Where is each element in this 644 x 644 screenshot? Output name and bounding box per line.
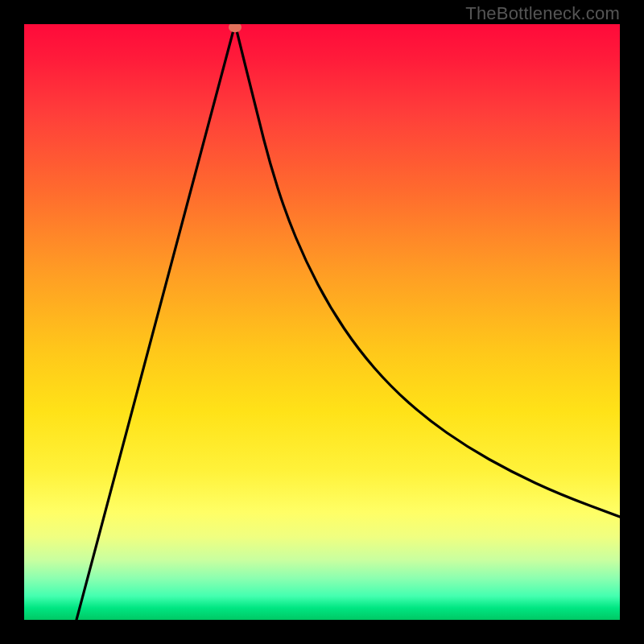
minimum-marker-icon bbox=[229, 24, 242, 32]
plot-area bbox=[24, 24, 620, 620]
bottleneck-curve bbox=[76, 24, 620, 620]
curve-svg bbox=[24, 24, 620, 620]
watermark-text: TheBottleneck.com bbox=[465, 3, 620, 24]
chart-stage: TheBottleneck.com bbox=[0, 0, 644, 644]
